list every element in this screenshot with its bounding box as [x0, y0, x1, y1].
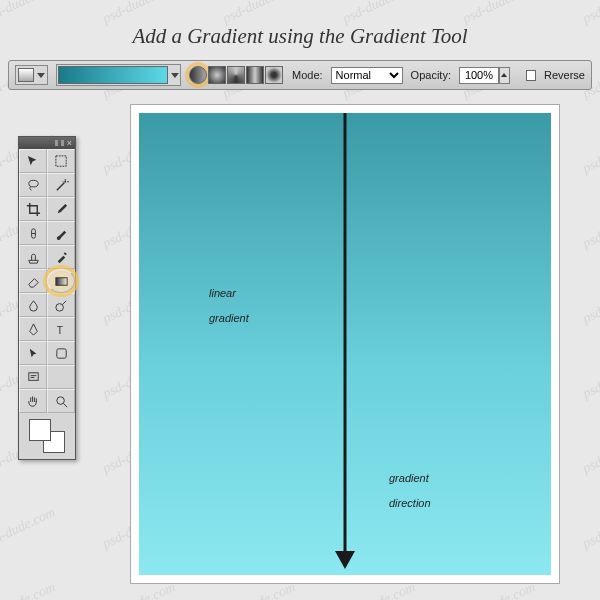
reflected-gradient-button[interactable]	[246, 66, 264, 84]
clone-stamp-tool[interactable]	[19, 245, 47, 269]
svg-rect-8	[28, 372, 37, 380]
linear-gradient-button[interactable]	[189, 66, 207, 84]
zoom-tool[interactable]	[47, 389, 75, 413]
reverse-label: Reverse	[544, 69, 585, 81]
pen-tool[interactable]	[19, 317, 47, 341]
close-icon[interactable]: ×	[67, 139, 72, 148]
direction-arrow-line	[344, 113, 347, 553]
gradient-tool[interactable]	[47, 269, 75, 293]
radial-gradient-button[interactable]	[208, 66, 226, 84]
notes-tool[interactable]	[19, 365, 47, 389]
tool-preset-picker[interactable]	[15, 65, 48, 85]
annotation-linear: lineargradient	[209, 278, 249, 328]
healing-brush-tool[interactable]	[19, 221, 47, 245]
svg-rect-7	[56, 348, 65, 357]
annotation-direction: gradientdirection	[389, 463, 431, 513]
opacity-label: Opacity:	[411, 69, 451, 81]
opacity-stepper[interactable]	[499, 67, 510, 84]
type-tool[interactable]: T	[47, 317, 75, 341]
chevron-down-icon	[171, 73, 179, 78]
crop-tool[interactable]	[19, 197, 47, 221]
gradient-editor-swatch[interactable]	[56, 64, 181, 86]
document-window: lineargradient gradientdirection	[130, 104, 560, 584]
svg-point-9	[56, 396, 64, 404]
eyedropper-tool[interactable]	[47, 197, 75, 221]
gradient-preset-icon	[18, 68, 34, 82]
tools-grid: T	[19, 149, 75, 413]
arrow-down-icon	[335, 551, 355, 569]
svg-rect-0	[55, 155, 65, 165]
path-select-tool[interactable]	[19, 341, 47, 365]
foreground-color-swatch[interactable]	[29, 419, 51, 441]
eraser-tool[interactable]	[19, 269, 47, 293]
dodge-tool[interactable]	[47, 293, 75, 317]
gradient-options-bar: Mode: Normal Opacity: 100% Reverse	[8, 60, 592, 90]
brush-tool[interactable]	[47, 221, 75, 245]
blur-tool[interactable]	[19, 293, 47, 317]
history-brush-tool[interactable]	[47, 245, 75, 269]
svg-text:T: T	[56, 325, 63, 336]
magic-wand-tool[interactable]	[47, 173, 75, 197]
page-title: Add a Gradient using the Gradient Tool	[0, 24, 600, 49]
gradient-type-group	[189, 66, 284, 84]
lasso-tool[interactable]	[19, 173, 47, 197]
angle-gradient-button[interactable]	[227, 66, 245, 84]
svg-rect-4	[55, 277, 66, 285]
empty-slot	[47, 365, 75, 389]
shape-tool[interactable]	[47, 341, 75, 365]
chevron-down-icon	[37, 73, 45, 78]
color-swatches	[19, 413, 75, 459]
hand-tool[interactable]	[19, 389, 47, 413]
svg-point-2	[64, 180, 66, 182]
mode-label: Mode:	[292, 69, 323, 81]
blend-mode-select[interactable]: Normal	[331, 67, 403, 84]
move-tool[interactable]	[19, 149, 47, 173]
marquee-tool[interactable]	[47, 149, 75, 173]
tools-palette: × T	[18, 136, 76, 460]
gradient-preview	[58, 66, 168, 84]
svg-point-5	[55, 303, 63, 311]
canvas[interactable]: lineargradient gradientdirection	[139, 113, 551, 575]
palette-header[interactable]: ×	[19, 137, 75, 149]
svg-point-1	[28, 180, 37, 187]
diamond-gradient-button[interactable]	[265, 66, 283, 84]
opacity-input[interactable]: 100%	[459, 67, 499, 84]
reverse-checkbox[interactable]	[526, 70, 536, 81]
caret-icon	[501, 73, 507, 77]
